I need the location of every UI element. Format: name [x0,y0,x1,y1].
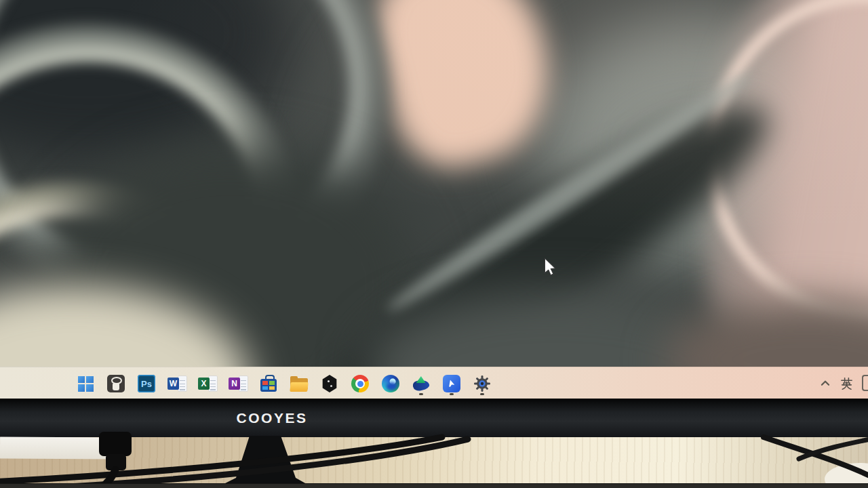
taskbar-app-settings[interactable] [473,371,492,396]
windows-start-icon [78,376,94,392]
taskbar-tray [819,367,868,399]
taskbar-app-file-explorer[interactable] [290,371,309,396]
monitor-hardware [0,396,868,488]
green-navy-app-icon [412,375,430,392]
taskbar-app-chrome[interactable] [351,371,370,396]
monitor-screen: Ps W X N [0,0,868,401]
screen-glare [0,0,868,367]
blue-cursor-app-icon [443,375,460,392]
onenote-icon: N [229,375,248,392]
ime-language-indicator[interactable] [840,376,854,390]
file-explorer-icon [290,376,308,392]
running-indicator [450,393,454,395]
taskbar-app-blue-cursor[interactable] [442,371,461,396]
microsoft-store-icon [260,375,277,392]
taskbar-app-word[interactable]: W [167,371,186,396]
black-hexagon-app-icon [321,375,338,392]
taskbar-app-hexagon[interactable] [320,371,339,396]
chrome-icon [351,375,369,392]
cropped-tray-icon[interactable] [862,375,868,391]
taskbar-pinned-apps: Ps W X N [76,371,492,396]
taskbar-app-onenote[interactable]: N [229,371,248,396]
taskbar-app-green-navy[interactable] [412,371,431,396]
running-indicator [480,393,484,395]
word-icon: W [167,375,186,392]
taskbar-app-start[interactable] [76,371,95,396]
power-plug [99,432,132,456]
taskbar-app-store[interactable] [259,371,278,396]
photoshop-icon: Ps [138,375,155,392]
taskbar-app-dark-camera[interactable] [106,371,125,396]
taskbar-app-edge[interactable] [381,371,400,396]
settings-gear-icon [473,375,491,392]
monitor-photo: Ps W X N [0,0,868,488]
dark-camera-app-icon [107,375,125,392]
desktop-wallpaper [0,0,868,367]
taskbar-app-photoshop[interactable]: Ps [137,371,156,396]
taskbar: Ps W X N [0,367,868,399]
edge-icon [382,375,399,392]
excel-icon: X [198,375,217,392]
hidden-icons-chevron-icon[interactable] [819,377,831,389]
running-indicator [419,393,423,395]
mouse-cursor-icon [542,258,557,278]
taskbar-app-excel[interactable]: X [198,371,217,396]
cable [799,439,868,459]
desk-edge-strip [0,483,868,488]
